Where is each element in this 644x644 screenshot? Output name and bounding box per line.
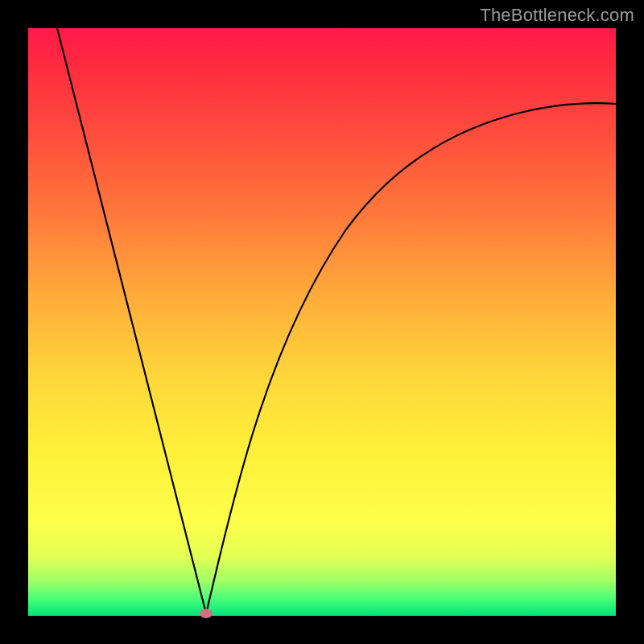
curve-right-branch — [206, 103, 616, 613]
curve-svg — [28, 28, 616, 616]
min-marker — [200, 609, 213, 618]
chart-frame: TheBottleneck.com — [0, 0, 644, 644]
plot-area — [28, 28, 616, 616]
watermark-text: TheBottleneck.com — [480, 5, 634, 26]
curve-left-branch — [57, 28, 206, 613]
